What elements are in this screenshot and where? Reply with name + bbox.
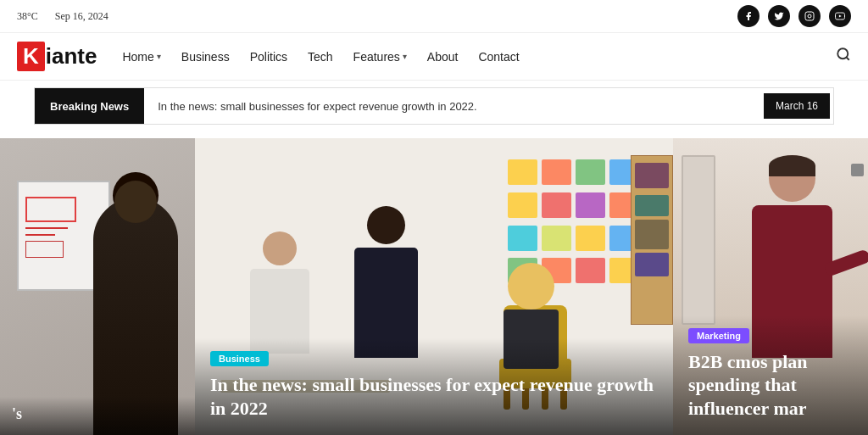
nav-contact[interactable]: Contact: [478, 50, 519, 64]
door-prop: [682, 155, 715, 325]
right-card-title: B2B cmos plan spending that influencer m…: [688, 350, 853, 421]
instagram-icon[interactable]: [798, 5, 821, 27]
left-card-text: 's: [12, 405, 22, 422]
social-icons: [737, 5, 851, 27]
logo[interactable]: K iante: [17, 42, 97, 71]
youtube-icon[interactable]: [829, 5, 851, 27]
temperature: 38°C: [17, 10, 38, 23]
svg-point-1: [808, 14, 811, 18]
right-category-badge: Marketing: [688, 328, 749, 343]
featured-left: 's: [0, 138, 195, 435]
date: Sep 16, 2024: [55, 10, 108, 23]
nav-features[interactable]: Features ▾: [353, 50, 407, 64]
svg-point-4: [837, 48, 848, 59]
breaking-text: In the news: small businesses for expect…: [144, 100, 764, 113]
nav-business[interactable]: Business: [181, 50, 230, 64]
right-card-overlay: Marketing B2B cmos plan spending that in…: [673, 315, 868, 436]
nav-tech[interactable]: Tech: [308, 50, 333, 64]
right-scene: Marketing B2B cmos plan spending that in…: [673, 138, 868, 435]
twitter-icon[interactable]: [768, 5, 790, 27]
center-card-title: In the news: small businesses for expect…: [210, 373, 658, 420]
left-scene: 's: [0, 138, 195, 435]
search-button[interactable]: [836, 47, 851, 66]
logo-k: K: [17, 42, 45, 71]
breaking-news-container: Breaking News In the news: small busines…: [0, 81, 868, 131]
center-card-overlay: Business In the news: small businesses f…: [195, 338, 673, 435]
featured-right: Marketing B2B cmos plan spending that in…: [673, 138, 868, 435]
header: K iante Home ▾ Business Politics Tech Fe…: [0, 33, 868, 81]
top-bar: 38°C Sep 16, 2024: [0, 0, 868, 33]
featured-center: Business In the news: small businesses f…: [195, 138, 673, 435]
left-text-overlay: 's: [0, 397, 195, 435]
center-scene: Business In the news: small businesses f…: [195, 138, 673, 435]
chevron-down-icon-features: ▾: [403, 52, 407, 61]
featured-section: 's: [0, 138, 868, 435]
bookshelf: [631, 155, 673, 325]
nav-politics[interactable]: Politics: [250, 50, 287, 64]
center-category-badge: Business: [210, 351, 269, 366]
top-bar-info: 38°C Sep 16, 2024: [17, 10, 108, 23]
svg-marker-3: [839, 14, 842, 17]
camera-prop: [851, 164, 864, 176]
nav-home[interactable]: Home ▾: [122, 50, 160, 64]
main-nav: Home ▾ Business Politics Tech Features ▾…: [122, 50, 810, 64]
chevron-down-icon: ▾: [157, 52, 161, 61]
logo-rest: iante: [46, 43, 97, 70]
svg-point-2: [812, 14, 813, 14]
breaking-label: Breaking News: [35, 88, 144, 124]
svg-line-5: [846, 57, 849, 59]
breaking-bar: Breaking News In the news: small busines…: [34, 87, 834, 125]
nav-about[interactable]: About: [427, 50, 459, 64]
breaking-date: March 16: [764, 93, 830, 119]
svg-rect-0: [805, 12, 814, 20]
facebook-icon[interactable]: [737, 5, 760, 27]
